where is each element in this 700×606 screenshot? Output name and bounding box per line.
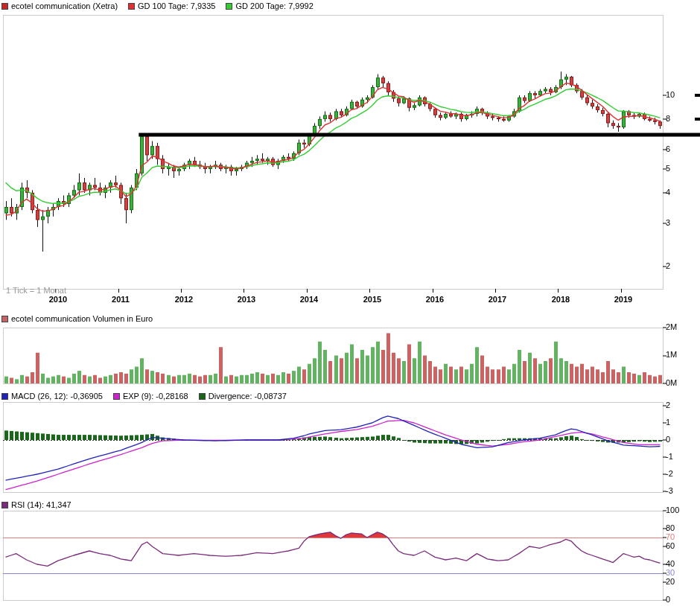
price-ytick-6: 6	[666, 144, 670, 153]
xtick-2019: 2019	[610, 295, 637, 304]
gd100-label: GD 100 Tage: 7,9335	[138, 1, 215, 10]
xtick-2012: 2012	[171, 295, 197, 304]
macd-chart-canvas	[0, 387, 700, 495]
price-ytick-3: 3	[666, 218, 670, 227]
price-legend-item: ecotel communication (Xetra)	[1, 1, 118, 10]
price-ytick-2: 2	[666, 261, 670, 270]
macd-legend: MACD (26, 12): -0,36905 EXP (9): -0,2816…	[1, 392, 287, 401]
price-series-swatch-icon	[1, 3, 8, 10]
price-ytick-8: 8	[666, 114, 670, 123]
divergence-legend-item: Divergence: -0,08737	[199, 392, 287, 401]
rsi-ytick-70: 70	[666, 532, 675, 541]
xtick-2014: 2014	[296, 295, 322, 304]
rsi-swatch-icon	[1, 502, 8, 508]
rsi-ytick-40: 40	[666, 559, 675, 568]
volume-ytick-0m: 0M	[666, 378, 677, 387]
rsi-ytick-100: 100	[666, 505, 679, 514]
rsi-legend-item: RSI (14): 41,347	[1, 500, 71, 509]
divergence-swatch-icon	[199, 393, 206, 400]
xtick-2010: 2010	[45, 295, 71, 304]
rsi-ytick-30: 30	[666, 568, 675, 577]
volume-swatch-icon	[1, 316, 8, 322]
xtick-2018: 2018	[547, 295, 574, 304]
exp-swatch-icon	[113, 393, 120, 400]
volume-panel: ecotel communication Volumen in Euro 2M …	[0, 313, 700, 387]
price-chart-canvas	[0, 0, 700, 313]
divergence-label: Divergence: -0,08737	[209, 392, 287, 401]
gd200-legend-item: GD 200 Tage: 7,9992	[226, 1, 313, 10]
macd-ytick-0: 0	[666, 435, 670, 444]
tick-interval-note: 1 Tick = 1 Monat	[6, 286, 66, 295]
macd-legend-item: MACD (26, 12): -0,36905	[1, 392, 103, 401]
volume-ytick-2m: 2M	[666, 322, 677, 331]
macd-panel: MACD (26, 12): -0,36905 EXP (9): -0,2816…	[0, 387, 700, 495]
gd100-legend-item: GD 100 Tage: 7,9335	[128, 1, 215, 10]
rsi-label: RSI (14): 41,347	[11, 500, 71, 509]
rsi-ytick-80: 80	[666, 523, 675, 532]
stock-chart: ecotel communication (Xetra) GD 100 Tage…	[0, 0, 700, 606]
price-ytick-4: 4	[666, 188, 670, 197]
xtick-2013: 2013	[233, 295, 260, 304]
volume-legend: ecotel communication Volumen in Euro	[1, 314, 153, 323]
price-series-label: ecotel communication (Xetra)	[11, 1, 118, 10]
macd-swatch-icon	[1, 393, 8, 400]
rsi-ytick-0: 0	[666, 595, 670, 604]
price-panel: ecotel communication (Xetra) GD 100 Tage…	[0, 0, 700, 313]
xtick-2016: 2016	[421, 295, 448, 304]
xtick-2011: 2011	[107, 295, 134, 304]
price-ytick-5: 5	[666, 164, 670, 173]
price-legend: ecotel communication (Xetra) GD 100 Tage…	[1, 1, 314, 10]
rsi-chart-canvas	[0, 495, 700, 606]
volume-chart-canvas	[0, 313, 700, 387]
rsi-ytick-60: 60	[666, 541, 675, 550]
gd100-swatch-icon	[128, 3, 135, 10]
rsi-panel: RSI (14): 41,347 100 80 70 60 40 30 20 0	[0, 495, 700, 606]
macd-ytick-1: 1	[666, 418, 670, 427]
rsi-ytick-20: 20	[666, 577, 675, 586]
gd200-label: GD 200 Tage: 7,9992	[235, 1, 313, 10]
volume-ytick-1m: 1M	[666, 350, 677, 359]
xtick-2015: 2015	[359, 295, 386, 304]
price-ytick-10: 10	[666, 90, 675, 99]
macd-label: MACD (26, 12): -0,36905	[11, 392, 103, 401]
exp-legend-item: EXP (9): -0,28168	[113, 392, 188, 401]
exp-label: EXP (9): -0,28168	[123, 392, 188, 401]
macd-ytick-m3: -3	[666, 486, 673, 495]
rsi-legend: RSI (14): 41,347	[1, 500, 71, 509]
gd200-swatch-icon	[226, 3, 232, 10]
volume-legend-item: ecotel communication Volumen in Euro	[1, 314, 153, 323]
volume-series-label: ecotel communication Volumen in Euro	[11, 314, 153, 323]
macd-ytick-m1: -1	[666, 452, 673, 461]
macd-ytick-2: 2	[666, 401, 670, 409]
xtick-2017: 2017	[484, 295, 511, 304]
macd-ytick-m2: -2	[666, 469, 673, 478]
